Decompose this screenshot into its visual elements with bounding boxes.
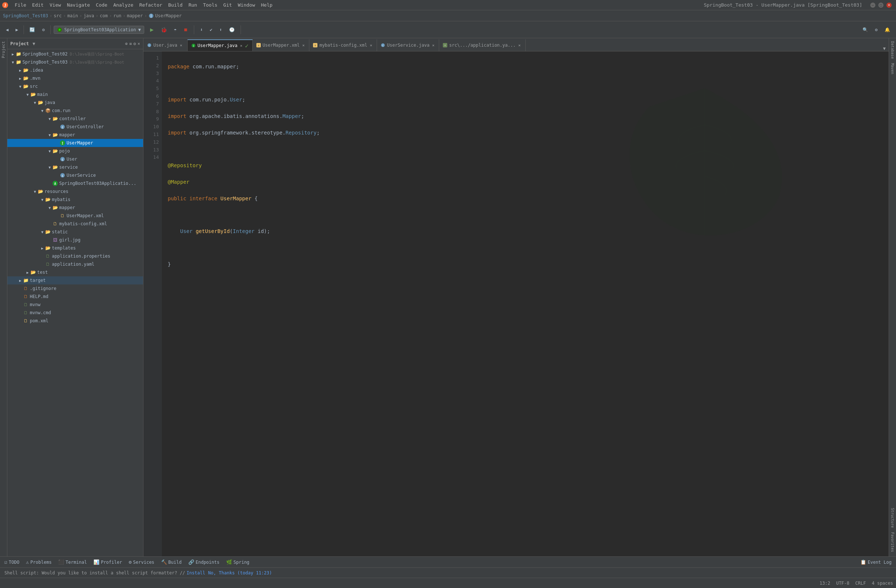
run-coverage-button[interactable]: ☂: [171, 26, 180, 33]
tree-item-app-yaml[interactable]: ▶ 🗋 application.yaml: [8, 260, 143, 268]
menu-file[interactable]: File: [12, 1, 29, 9]
tab-userservice-java[interactable]: C UserService.java ×: [377, 40, 439, 51]
breadcrumb-com[interactable]: com: [100, 13, 108, 18]
code-editor[interactable]: 1 2 3 4 5 6 7 8 9 10 11 12 13 14 package…: [143, 52, 888, 556]
tab-close-mybatis-config[interactable]: ×: [369, 42, 373, 49]
tree-item-test02[interactable]: ▶ 📁 SpringBoot_Test02 D:\Java项目\Spring-B…: [8, 50, 143, 58]
expand-arrow-pojo[interactable]: ▼: [47, 149, 52, 153]
expand-arrow-comrun[interactable]: ▼: [40, 108, 45, 113]
event-log-button[interactable]: 📋 Event Log: [857, 558, 894, 566]
structure-panel-tab[interactable]: Structure: [890, 506, 895, 529]
line-sep-status[interactable]: CRLF: [855, 580, 866, 586]
tree-item-mvnw[interactable]: ▶ 🗋 mvnw: [8, 301, 143, 309]
expand-arrow-main[interactable]: ▼: [25, 92, 30, 97]
close-button[interactable]: ×: [887, 3, 891, 8]
endpoints-button[interactable]: 🔗 Endpoints: [185, 558, 222, 566]
tree-item-mvn[interactable]: ▶ 📂 .mvn: [8, 74, 143, 82]
problems-button[interactable]: ⚠ Problems: [23, 558, 55, 566]
tree-item-pojo[interactable]: ▼ 📂 pojo: [8, 147, 143, 155]
tab-overflow-button[interactable]: ▼: [880, 46, 888, 51]
back-button[interactable]: ◀: [3, 26, 11, 33]
expand-arrow-src[interactable]: ▼: [18, 84, 23, 89]
expand-arrow-resources[interactable]: ▼: [32, 189, 38, 194]
no-thanks-link[interactable]: No, Thanks (today 11:23): [208, 570, 272, 576]
tree-item-main[interactable]: ▼ 📂 main: [8, 90, 143, 99]
forward-button[interactable]: ▶: [12, 26, 21, 33]
run-config-selector[interactable]: SpringBootTest03Application ▼: [54, 26, 144, 34]
tree-item-comrun[interactable]: ▼ 📦 com.run: [8, 106, 143, 115]
tree-item-idea[interactable]: ▶ 📂 .idea: [8, 66, 143, 74]
expand-arrow-controller[interactable]: ▼: [47, 116, 52, 121]
options-icon[interactable]: ⚙: [134, 41, 136, 46]
maximize-button[interactable]: □: [878, 3, 884, 8]
tab-usermapper-java[interactable]: I UserMapper.java × ✓: [187, 40, 253, 51]
close-panel-icon[interactable]: ×: [137, 41, 140, 46]
database-panel-tab[interactable]: Database: [890, 40, 895, 60]
tab-usermapper-xml[interactable]: X UserMapper.xml ×: [253, 40, 310, 51]
indent-status[interactable]: 4 spaces: [872, 580, 893, 586]
tree-item-usercontroller[interactable]: ▶ C UserController: [8, 123, 143, 131]
install-link[interactable]: Install: [186, 570, 205, 576]
git-push-button[interactable]: ⬆: [216, 26, 225, 33]
git-update-button[interactable]: ⬇: [197, 26, 206, 33]
expand-arrow-static[interactable]: ▼: [40, 229, 45, 234]
tree-item-mybatis-config[interactable]: ▶ 🗋 mybatis-config.xml: [8, 220, 143, 228]
collapse-icon[interactable]: ≡: [129, 41, 132, 46]
expand-arrow-java[interactable]: ▼: [32, 100, 38, 105]
search-everywhere-button[interactable]: 🔍: [859, 26, 871, 33]
tree-item-templates[interactable]: ▶ 📂 templates: [8, 244, 143, 252]
expand-arrow-mapper[interactable]: ▼: [47, 132, 52, 137]
favorites-panel-tab[interactable]: Favorites: [890, 531, 895, 553]
expand-arrow-idea[interactable]: ▶: [18, 68, 23, 73]
tree-item-helpmd[interactable]: ▶ 🗋 HELP.md: [8, 293, 143, 301]
tab-close-usermapper-xml[interactable]: ×: [302, 42, 306, 49]
tree-item-resources[interactable]: ▼ 📂 resources: [8, 187, 143, 196]
tree-item-user[interactable]: ▶ C User: [8, 155, 143, 163]
expand-arrow-mvn[interactable]: ▶: [18, 76, 23, 81]
tree-item-service[interactable]: ▼ 📂 service: [8, 163, 143, 171]
services-button[interactable]: ⚙ Services: [126, 558, 157, 566]
menu-view[interactable]: View: [47, 1, 64, 9]
tree-item-src[interactable]: ▼ 📂 src: [8, 82, 143, 90]
expand-arrow-test[interactable]: ▶: [25, 270, 30, 275]
tree-item-static[interactable]: ▼ 📂 static: [8, 228, 143, 236]
menu-code[interactable]: Code: [93, 1, 110, 9]
profiler-button[interactable]: 📊 Profiler: [90, 558, 125, 566]
menu-refactor[interactable]: Refactor: [136, 1, 166, 9]
menu-window[interactable]: Window: [235, 1, 258, 9]
expand-arrow-mapper-xml[interactable]: ▼: [47, 205, 52, 210]
settings-button[interactable]: ⚙: [39, 26, 47, 33]
expand-arrow-mybatis[interactable]: ▼: [40, 197, 45, 202]
tab-app-yaml[interactable]: Y src\.../application.ya... ×: [439, 40, 525, 51]
tree-item-test[interactable]: ▶ 📂 test: [8, 268, 143, 277]
tree-item-mvnwcmd[interactable]: ▶ 🗋 mvnw.cmd: [8, 309, 143, 317]
menu-build[interactable]: Build: [165, 1, 185, 9]
breadcrumb-java[interactable]: java: [84, 13, 94, 18]
tab-close-usermapper-java[interactable]: ×: [239, 43, 243, 49]
menu-help[interactable]: Help: [258, 1, 276, 9]
tree-item-mybatis[interactable]: ▼ 📂 mybatis: [8, 196, 143, 204]
git-history-button[interactable]: 🕐: [226, 26, 238, 33]
project-tab[interactable]: Project: [0, 38, 7, 61]
notifications-button[interactable]: 🔔: [882, 26, 893, 33]
tree-item-app-props[interactable]: ▶ 🗋 application.properties: [8, 252, 143, 260]
tree-item-java[interactable]: ▼ 📂 java: [8, 99, 143, 106]
menu-analyze[interactable]: Analyze: [110, 1, 136, 9]
tree-item-gitignore[interactable]: ▶ 🗋 .gitignore: [8, 284, 143, 293]
sync-button[interactable]: 🔄: [26, 26, 38, 33]
tab-close-user-java[interactable]: ×: [179, 42, 183, 49]
tree-item-userservice[interactable]: ▶ C UserService: [8, 171, 143, 179]
breadcrumb-mapper[interactable]: mapper: [127, 13, 143, 18]
tab-mybatis-config[interactable]: X mybatis-config.xml ×: [309, 40, 377, 51]
menu-edit[interactable]: Edit: [29, 1, 46, 9]
menu-tools[interactable]: Tools: [200, 1, 220, 9]
menu-navigate[interactable]: Navigate: [64, 1, 93, 9]
cursor-position[interactable]: 13:2: [820, 580, 830, 586]
tree-item-mapper-xml-folder[interactable]: ▼ 📂 mapper: [8, 204, 143, 212]
tree-item-usermapper[interactable]: ▶ I UserMapper: [8, 139, 143, 147]
spring-button[interactable]: 🌿 Spring: [223, 558, 252, 566]
code-content[interactable]: package com.run.mapper; import com.run.p…: [162, 52, 888, 556]
expand-arrow-templates[interactable]: ▶: [40, 246, 45, 251]
expand-arrow-target[interactable]: ▶: [18, 278, 23, 283]
stop-button[interactable]: ⏹: [181, 26, 191, 33]
